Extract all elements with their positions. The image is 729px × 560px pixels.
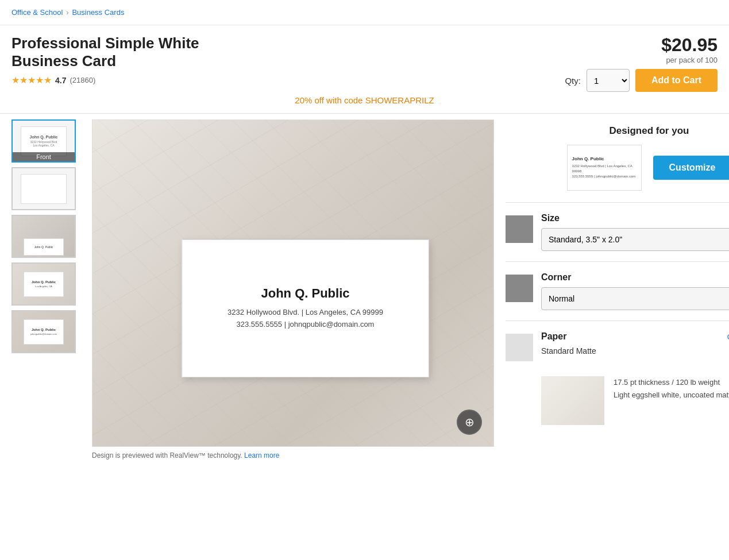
breadcrumb-business-cards[interactable]: Business Cards — [72, 8, 124, 17]
price-block: $20.95 per pack of 100 — [661, 34, 718, 64]
per-pack-label: per pack of 100 — [661, 56, 718, 64]
size-option-header: Size Size Chart ⬡ — [541, 213, 729, 223]
main-product-image: John Q. Public 3232 Hollywood Blvd. | Lo… — [92, 119, 494, 447]
card-preview-small: John Q. Public 3232 Hollywood Blvd | Los… — [567, 145, 642, 191]
rating-number: 4.7 — [55, 76, 66, 85]
thumbnail-list: John Q. Public 3232 Hollywood BlvdLos An… — [11, 114, 80, 459]
size-option-details: Size Size Chart ⬡ Standard, 3.5" x 2.0" … — [541, 213, 729, 251]
learn-more-link[interactable]: Learn more — [244, 451, 279, 459]
thumbnail-5[interactable]: John Q. Public johnqpublic@domain.com — [11, 310, 76, 353]
thumbnail-4[interactable]: John Q. Public Los Angeles, CA — [11, 262, 76, 306]
options-section: Size Size Chart ⬡ Standard, 3.5" x 2.0" … — [506, 203, 729, 435]
thumb-inner-front: John Q. Public 3232 Hollywood BlvdLos An… — [21, 126, 67, 156]
rating-row: ★★★★★ 4.7 (21860) — [11, 75, 553, 86]
corner-option-row: Corner Normal Rounded — [506, 262, 729, 321]
customize-button[interactable]: Customize — [653, 156, 729, 180]
thumb-label-front: Front — [13, 152, 75, 161]
promo-bar: 20% off with code SHOWERAPRILZ — [0, 92, 729, 113]
corner-select[interactable]: Normal Rounded — [541, 287, 729, 310]
breadcrumb-office-school[interactable]: Office & School — [11, 8, 63, 17]
paper-type-value: Standard Matte — [541, 346, 729, 356]
thumbnail-2[interactable] — [11, 167, 76, 210]
corner-swatch — [506, 275, 533, 302]
designed-for-you-title: Designed for you — [610, 125, 689, 137]
size-option-row: Size Size Chart ⬡ Standard, 3.5" x 2.0" … — [506, 203, 729, 262]
qty-label: Qty: — [565, 76, 581, 86]
thumbnail-front[interactable]: John Q. Public 3232 Hollywood BlvdLos An… — [11, 119, 76, 163]
thumbnail-3[interactable]: John Q. Public — [11, 215, 76, 258]
business-card-display: John Q. Public 3232 Hollywood Blvd. | Lo… — [182, 240, 429, 377]
size-select[interactable]: Standard, 3.5" x 2.0" Mini, 2.5" x 1.5" … — [541, 228, 729, 251]
corner-option-details: Corner Normal Rounded — [541, 272, 729, 310]
review-count: (21860) — [70, 76, 95, 84]
price-cart-area: $20.95 per pack of 100 Qty: 1 2 3 4 5 Ad… — [565, 34, 718, 92]
product-title: Professional Simple White Business Card — [11, 34, 241, 70]
paper-swatch — [506, 334, 533, 361]
breadcrumb: Office & School › Business Cards — [0, 0, 729, 25]
quantity-select[interactable]: 1 2 3 4 5 — [587, 69, 630, 92]
paper-option-header: Paper Compare Papers ⬚ — [541, 331, 729, 342]
page-content: John Q. Public 3232 Hollywood BlvdLos An… — [0, 114, 729, 459]
product-price: $20.95 — [661, 34, 718, 56]
zoom-icon: ⊕ — [465, 415, 475, 429]
size-label: Size — [541, 213, 560, 223]
add-to-cart-button[interactable]: Add to Cart — [635, 69, 718, 92]
realview-note: Design is previewed with RealView™ techn… — [92, 451, 494, 459]
preview-customize-row: John Q. Public 3232 Hollywood Blvd | Los… — [567, 145, 729, 191]
main-image-area: John Q. Public 3232 Hollywood Blvd. | Lo… — [92, 114, 494, 459]
right-panel: Designed for you John Q. Public 3232 Hol… — [506, 114, 729, 459]
corner-label: Corner — [541, 272, 571, 283]
product-title-area: Professional Simple White Business Card … — [11, 34, 553, 86]
paper-detail-row: 17.5 pt thickness / 120 lb weight Light … — [541, 376, 729, 425]
card-display-name: John Q. Public — [261, 286, 349, 301]
designed-for-you-section: Designed for you John Q. Public 3232 Hol… — [506, 114, 729, 202]
corner-option-header: Corner — [541, 272, 729, 283]
paper-option-details: Paper Compare Papers ⬚ Standard Matte — [541, 331, 729, 356]
paper-label: Paper — [541, 331, 566, 342]
paper-sample-image — [541, 376, 604, 425]
paper-option-row: Paper Compare Papers ⬚ Standard Matte 17… — [506, 321, 729, 435]
zoom-button[interactable]: ⊕ — [457, 410, 482, 435]
breadcrumb-separator: › — [66, 9, 68, 17]
size-swatch — [506, 215, 533, 243]
qty-cart-row: Qty: 1 2 3 4 5 Add to Cart — [565, 69, 718, 92]
star-rating-icon: ★★★★★ — [11, 75, 52, 86]
card-display-details: 3232 Hollywood Blvd. | Los Angeles, CA 9… — [227, 307, 383, 331]
paper-description: 17.5 pt thickness / 120 lb weight Light … — [614, 376, 729, 425]
